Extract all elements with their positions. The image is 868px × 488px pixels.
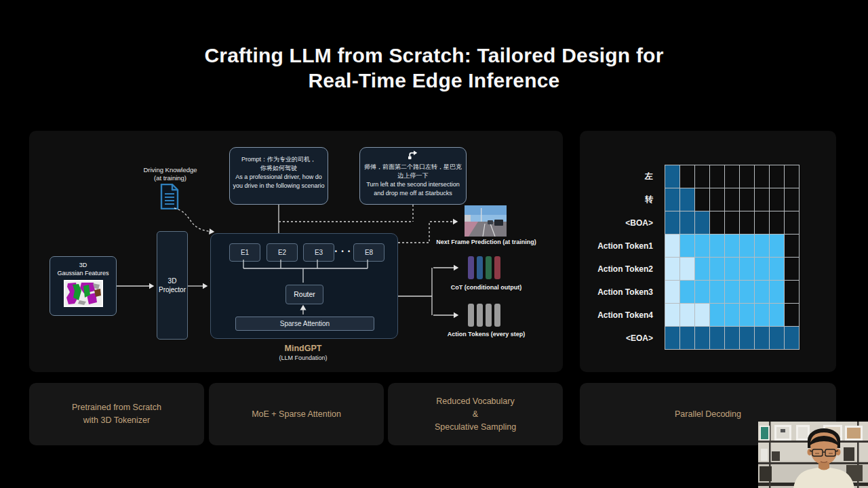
matrix-cell (770, 211, 784, 234)
matrix-row-labels: 左转<BOA>Action Token1Action Token2Action … (580, 165, 660, 350)
matrix-cell (725, 304, 739, 326)
matrix-cell (665, 165, 679, 188)
projector-line2: Projector (159, 285, 186, 294)
matrix-cell (770, 235, 784, 257)
action-tokens-label: Action Tokens (every step) (427, 331, 546, 338)
matrix-cell (665, 188, 679, 211)
card-reduced-vocab-speculative: Reduced Vocabulary&Speculative Sampling (388, 383, 563, 445)
card-line: & (473, 408, 478, 421)
attention-matrix (665, 165, 800, 350)
mindgpt-label: MindGPT (LLM Foundation) (249, 344, 357, 361)
matrix-cell (665, 258, 679, 280)
matrix-cell (740, 188, 754, 211)
matrix-cell (680, 211, 694, 234)
matrix-cell (725, 188, 739, 211)
expert-ellipsis: • • • (333, 243, 353, 260)
matrix-cell (695, 258, 709, 280)
prompt1-line2: 你将如何驾驶 (230, 164, 328, 173)
expert-box-e8: E8 (353, 243, 384, 262)
projector-line1: 3D (168, 277, 177, 285)
token-bar (494, 304, 500, 327)
matrix-cell (785, 235, 799, 257)
router-box: Router (285, 285, 323, 304)
matrix-cell (710, 281, 724, 303)
matrix-cell (755, 258, 769, 280)
matrix-cell (695, 327, 709, 349)
cot-label: CoT (conditional output) (432, 284, 540, 291)
matrix-cell (695, 304, 709, 326)
matrix-row-label: Action Token4 (580, 304, 660, 326)
matrix-cell (755, 165, 769, 188)
matrix-cell (755, 211, 769, 234)
matrix-row-label: Action Token2 (580, 258, 660, 280)
token-bar (468, 256, 474, 279)
gaussian-features-image (64, 280, 103, 307)
route-icon (408, 155, 418, 161)
matrix-cell (665, 211, 679, 234)
matrix-cell (710, 304, 724, 326)
slide-title-line1: Crafting LLM from Scratch: Tailored Desi… (0, 43, 868, 68)
gaussian-title-line1: 3D (50, 262, 116, 270)
next-frame-label: Next Frame Prediction (at training) (425, 239, 547, 245)
matrix-cell (770, 258, 784, 280)
mindgpt-name: MindGPT (249, 344, 357, 353)
driving-knowledge-label: Driving Knowledge (at training) (135, 166, 205, 182)
matrix-cell (785, 327, 799, 349)
matrix-cell (785, 211, 799, 234)
document-icon (159, 184, 180, 212)
matrix-cell (665, 235, 679, 257)
matrix-cell (710, 258, 724, 280)
gaussian-features-box: 3D Gaussian Features (50, 256, 117, 316)
matrix-cell (770, 165, 784, 188)
prompt1-line1: Prompt：作为专业的司机， (230, 155, 328, 164)
matrix-row-label: 左 (580, 165, 660, 188)
matrix-cell (680, 304, 694, 326)
matrix-cell (680, 188, 694, 211)
expert-box-e3: E3 (303, 243, 334, 262)
matrix-cell (785, 258, 799, 280)
prompt1-line4: you drive in the following scenario (230, 182, 328, 190)
matrix-cell (740, 258, 754, 280)
token-bar (477, 304, 483, 327)
token-bar (494, 256, 500, 279)
matrix-cell (755, 235, 769, 257)
matrix-cell (695, 188, 709, 211)
matrix-cell (680, 165, 694, 188)
card-line: with 3D Tokenizer (83, 414, 150, 427)
sparse-attention-box: Sparse Attention (235, 317, 374, 331)
matrix-cell (695, 281, 709, 303)
matrix-cell (770, 281, 784, 303)
prompt-box-training: Prompt：作为专业的司机， 你将如何驾驶 As a professional… (229, 147, 328, 205)
matrix-row-label: Action Token3 (580, 281, 660, 303)
matrix-cell (665, 304, 679, 326)
matrix-row-label: Action Token1 (580, 235, 660, 257)
matrix-cell (740, 281, 754, 303)
card-line: Speculative Sampling (435, 421, 516, 434)
driving-knowledge-line1: Driving Knowledge (135, 166, 205, 174)
matrix-cell (785, 165, 799, 188)
prompt-box-user-command: 师傅，前面第二个路口左转，星巴克 边上停一下 Turn left at the … (359, 147, 467, 205)
prompt2-line1: 师傅，前面第二个路口左转，星巴克 (360, 163, 466, 171)
slide-title-line2: Real-Time Edge Inference (0, 68, 868, 93)
matrix-cell (740, 304, 754, 326)
matrix-cell (785, 304, 799, 326)
matrix-cell (665, 281, 679, 303)
matrix-cell (680, 327, 694, 349)
matrix-cell (710, 235, 724, 257)
card-line: MoE + Sparse Attention (252, 408, 341, 421)
prompt2-line2: 边上停一下 (360, 171, 466, 180)
matrix-cell (710, 211, 724, 234)
presenter-webcam (758, 422, 868, 488)
matrix-cell (680, 258, 694, 280)
gaussian-title-line2: Gaussian Features (50, 270, 116, 278)
matrix-cell (695, 211, 709, 234)
card-pretrained-3d-tokenizer: Pretrained from Scratchwith 3D Tokenizer (29, 383, 204, 445)
matrix-cell (725, 258, 739, 280)
matrix-cell (710, 165, 724, 188)
matrix-cell (725, 235, 739, 257)
expert-box-e2: E2 (267, 243, 298, 262)
matrix-cell (665, 327, 679, 349)
prompt2-line4: and drop me off at Starbucks (360, 189, 466, 198)
matrix-cell (710, 188, 724, 211)
matrix-cell (740, 327, 754, 349)
